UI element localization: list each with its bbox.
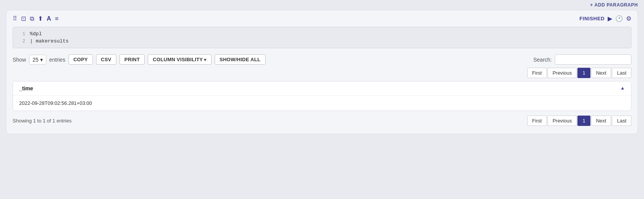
last-button-top[interactable]: Last <box>612 68 631 78</box>
copy-button[interactable]: COPY <box>68 54 93 65</box>
upload-icon[interactable]: ⬆ <box>38 15 43 22</box>
sort-icon[interactable]: ▲ <box>620 85 625 91</box>
line-code-1: %dpl <box>30 31 42 37</box>
entries-value: 25 <box>33 57 39 63</box>
page-1-button-bottom[interactable]: 1 <box>577 116 590 126</box>
code-line-1: 1 %dpl <box>13 30 631 38</box>
cell-time: 2022-09-28T09:02:56.281+03:00 <box>13 96 631 111</box>
show-hide-all-button[interactable]: SHOW/HIDE ALL <box>215 54 266 65</box>
add-paragraph-button[interactable]: + ADD PARAGRAPH <box>590 2 638 8</box>
csv-button[interactable]: CSV <box>96 54 117 65</box>
code-line-2: 2 | makeresults <box>13 38 631 45</box>
first-button-bottom[interactable]: First <box>527 116 547 126</box>
page-1-button-top[interactable]: 1 <box>577 68 590 78</box>
gear-button[interactable]: ⚙ <box>626 15 631 22</box>
toolbar-right: FINISHED ▶ 🕐 ⚙ <box>579 15 631 22</box>
last-button-bottom[interactable]: Last <box>612 116 631 126</box>
toolbar: ⠿ ⊡ ⧉ ⬆ A ≡ FINISHED ▶ 🕐 ⚙ <box>13 15 631 22</box>
print-button[interactable]: PRINT <box>119 54 145 65</box>
next-button-bottom[interactable]: Next <box>591 116 611 126</box>
data-table-wrapper: _time ▲ 2022-09-28T09:02:56.281+03:00 <box>13 81 631 111</box>
search-label: Search: <box>533 57 552 63</box>
column-header-time: _time ▲ <box>13 82 631 96</box>
showing-label: Showing 1 to 1 of 1 entries <box>13 118 72 124</box>
previous-button-bottom[interactable]: Previous <box>548 116 577 126</box>
main-card: ⠿ ⊡ ⧉ ⬆ A ≡ FINISHED ▶ 🕐 ⚙ 1 %dpl 2 | ma… <box>6 10 638 134</box>
image-icon[interactable]: ⊡ <box>21 15 26 22</box>
layers-icon[interactable]: ⧉ <box>30 15 34 22</box>
data-table: _time ▲ 2022-09-28T09:02:56.281+03:00 <box>13 82 631 111</box>
code-editor[interactable]: 1 %dpl 2 | makeresults <box>13 27 631 48</box>
clock-button[interactable]: 🕐 <box>615 15 623 22</box>
table-row: 2022-09-28T09:02:56.281+03:00 <box>13 96 631 111</box>
previous-button-top[interactable]: Previous <box>548 68 577 78</box>
entries-label: entries <box>49 57 65 63</box>
add-paragraph-bar: + ADD PARAGRAPH <box>0 0 644 10</box>
list-icon[interactable]: ≡ <box>55 15 59 22</box>
bottom-pagination: First Previous 1 Next Last <box>527 116 631 126</box>
top-pagination: First Previous 1 Next Last <box>13 68 631 78</box>
entries-select[interactable]: 25 ▾ <box>29 55 46 65</box>
text-icon[interactable]: A <box>47 15 51 22</box>
table-header-row: _time ▲ <box>13 82 631 96</box>
line-code-2: | makeresults <box>30 38 68 44</box>
search-input[interactable] <box>555 54 631 65</box>
run-button[interactable]: ▶ <box>608 15 612 22</box>
line-number-2: 2 <box>16 39 25 44</box>
show-label: Show <box>13 57 26 63</box>
search-area: Search: <box>533 54 631 65</box>
next-button-top[interactable]: Next <box>591 68 611 78</box>
controls-row: Show 25 ▾ entries COPY CSV PRINT COLUMN … <box>13 54 631 65</box>
line-number-1: 1 <box>16 31 25 37</box>
grid-icon[interactable]: ⠿ <box>13 15 17 22</box>
first-button-top[interactable]: First <box>527 68 547 78</box>
toolbar-left: ⠿ ⊡ ⧉ ⬆ A ≡ <box>13 15 59 22</box>
bottom-row: Showing 1 to 1 of 1 entries First Previo… <box>13 116 631 126</box>
column-visibility-button[interactable]: COLUMN VISIBILITY <box>148 54 211 65</box>
entries-chevron-icon: ▾ <box>40 57 43 63</box>
finished-label: FINISHED <box>579 16 605 21</box>
